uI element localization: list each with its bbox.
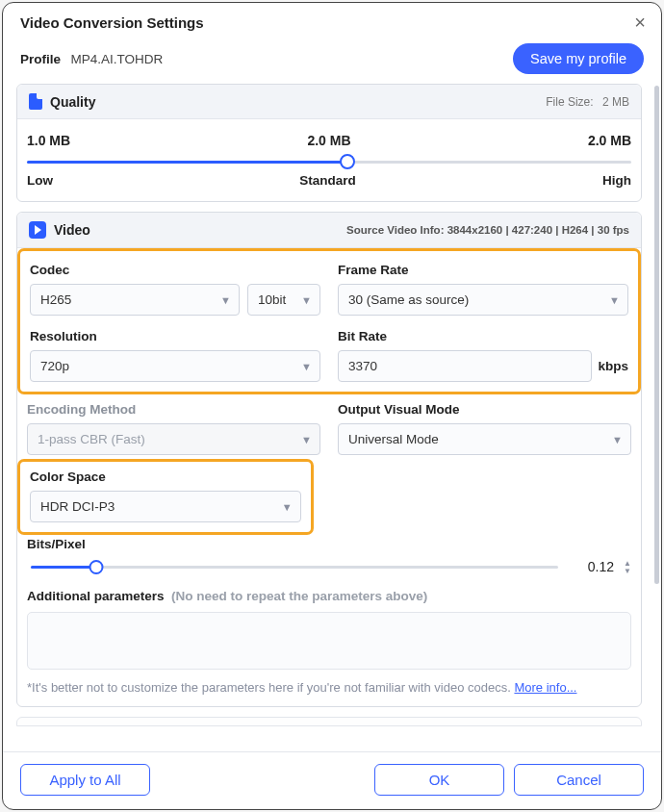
additional-params-field: Additional parameters (No need to repeat… — [27, 587, 631, 670]
bitrate-label: Bit Rate — [338, 329, 628, 343]
close-icon[interactable]: × — [634, 13, 646, 32]
codec-depth-select[interactable]: 10bit ▼ — [247, 284, 320, 316]
bitrate-field: Bit Rate kbps — [338, 325, 628, 382]
codec-field: Codec H265 ▼ 10bit ▼ — [30, 259, 320, 316]
file-size-value: 2 MB — [602, 95, 629, 109]
quality-slider-knob[interactable] — [340, 154, 355, 169]
resolution-field: Resolution 720p ▼ — [30, 325, 320, 382]
next-panel-peek — [16, 717, 642, 726]
bitspixel-value: 0.12 — [570, 559, 616, 574]
profile-row: Profile MP4.AI.TOHDR Save my profile — [3, 39, 661, 84]
dialog-title: Video Conversion Settings — [20, 14, 204, 31]
document-icon — [29, 93, 42, 110]
save-profile-button[interactable]: Save my profile — [513, 43, 644, 74]
ap-hint: (No need to repeat the parameters above) — [171, 589, 427, 603]
color-space-highlight: Color Space HDR DCI-P3 ▼ — [17, 459, 314, 535]
scrollbar[interactable] — [654, 86, 659, 749]
color-space-value: HDR DCI-P3 — [40, 499, 115, 514]
quality-slider[interactable] — [27, 154, 631, 169]
cancel-button[interactable]: Cancel — [514, 764, 644, 796]
resolution-value: 720p — [40, 359, 69, 373]
quality-header: Quality File Size: 2 MB — [17, 85, 641, 119]
chevron-down-icon: ▼ — [612, 434, 623, 445]
q-low: Low — [27, 173, 53, 188]
apply-to-all-button[interactable]: Apply to All — [20, 764, 150, 796]
q-high: High — [602, 173, 631, 188]
video-main-highlight: Codec H265 ▼ 10bit ▼ — [17, 248, 641, 394]
chevron-down-icon: ▼ — [282, 501, 293, 513]
video-body: Codec H265 ▼ 10bit ▼ — [17, 248, 641, 706]
quality-title: Quality — [50, 94, 95, 110]
chevron-down-icon: ▼ — [301, 361, 312, 372]
bitspixel-slider[interactable] — [27, 558, 562, 575]
dialog-header: Video Conversion Settings × — [3, 3, 661, 39]
encoding-method-value: 1-pass CBR (Fast) — [38, 432, 145, 446]
video-title: Video — [54, 222, 90, 238]
bitspixel-stepper[interactable]: ▲ ▼ — [624, 560, 631, 574]
output-visual-mode-field: Output Visual Mode Universal Mode ▼ — [338, 398, 631, 455]
chevron-down-icon: ▼ — [220, 294, 231, 306]
additional-params-input[interactable] — [27, 612, 631, 670]
video-header: Video Source Video Info: 3844x2160 | 427… — [17, 213, 641, 248]
bitspixel-row: 0.12 ▲ ▼ — [27, 558, 631, 575]
ok-button[interactable]: OK — [374, 764, 504, 796]
q-tick-mid: 2.0 MB — [307, 133, 350, 148]
more-info-link[interactable]: More info... — [514, 680, 576, 695]
q-tick-min: 1.0 MB — [27, 133, 70, 148]
output-visual-mode-select[interactable]: Universal Mode ▼ — [338, 423, 631, 455]
footnote: *It's better not to customize the parame… — [27, 679, 631, 697]
scrollbar-thumb[interactable] — [654, 86, 659, 584]
encoding-method-select: 1-pass CBR (Fast) ▼ — [27, 423, 320, 455]
framerate-value: 30 (Same as source) — [348, 292, 469, 307]
framerate-label: Frame Rate — [338, 263, 628, 277]
bitspixel-slider-knob[interactable] — [89, 560, 104, 574]
color-space-label: Color Space — [30, 469, 301, 484]
codec-select[interactable]: H265 ▼ — [30, 284, 240, 316]
bitrate-unit: kbps — [598, 359, 628, 373]
settings-scroll-area: Quality File Size: 2 MB 1.0 MB 2.0 MB 2.… — [3, 84, 661, 751]
quality-body: 1.0 MB 2.0 MB 2.0 MB Low Standard High — [17, 119, 641, 201]
dialog-footer: Apply to All OK Cancel — [3, 751, 661, 809]
profile-text: Profile MP4.AI.TOHDR — [20, 50, 163, 67]
bitspixel-label: Bits/Pixel — [27, 537, 631, 551]
profile-label: Profile — [20, 52, 61, 66]
source-video-info: Source Video Info: 3844x2160 | 427:240 |… — [346, 224, 629, 236]
profile-value: MP4.AI.TOHDR — [70, 52, 163, 66]
quality-panel: Quality File Size: 2 MB 1.0 MB 2.0 MB 2.… — [16, 84, 642, 202]
stepper-up-icon[interactable]: ▲ — [624, 560, 631, 567]
stepper-down-icon[interactable]: ▼ — [624, 568, 631, 574]
resolution-select[interactable]: 720p ▼ — [30, 350, 320, 382]
q-tick-max: 2.0 MB — [588, 133, 631, 148]
q-standard: Standard — [299, 173, 356, 188]
codec-depth-value: 10bit — [258, 292, 286, 307]
quality-level-labels: Low Standard High — [27, 173, 631, 188]
chevron-down-icon: ▼ — [301, 294, 312, 306]
encoding-method-field: Encoding Method 1-pass CBR (Fast) ▼ — [27, 398, 320, 455]
resolution-label: Resolution — [30, 329, 320, 343]
color-space-select[interactable]: HDR DCI-P3 ▼ — [30, 491, 301, 522]
video-panel: Video Source Video Info: 3844x2160 | 427… — [16, 212, 642, 707]
quality-size-ticks: 1.0 MB 2.0 MB 2.0 MB — [27, 133, 631, 148]
footnote-text: *It's better not to customize the parame… — [27, 680, 514, 695]
video-play-icon — [29, 221, 46, 239]
file-size-readout: File Size: 2 MB — [546, 95, 629, 109]
ap-label: Additional parameters — [27, 589, 165, 603]
framerate-field: Frame Rate 30 (Same as source) ▼ — [338, 259, 628, 316]
ovm-value: Universal Mode — [348, 432, 439, 446]
video-conversion-dialog: Video Conversion Settings × Profile MP4.… — [2, 2, 662, 810]
encoding-method-label: Encoding Method — [27, 402, 320, 417]
file-size-label: File Size: — [546, 95, 593, 109]
chevron-down-icon: ▼ — [609, 294, 620, 306]
ovm-label: Output Visual Mode — [338, 402, 631, 417]
chevron-down-icon: ▼ — [301, 434, 312, 445]
codec-value: H265 — [40, 292, 71, 307]
framerate-select[interactable]: 30 (Same as source) ▼ — [338, 284, 628, 316]
bitrate-input[interactable] — [338, 350, 592, 382]
codec-label: Codec — [30, 263, 320, 277]
